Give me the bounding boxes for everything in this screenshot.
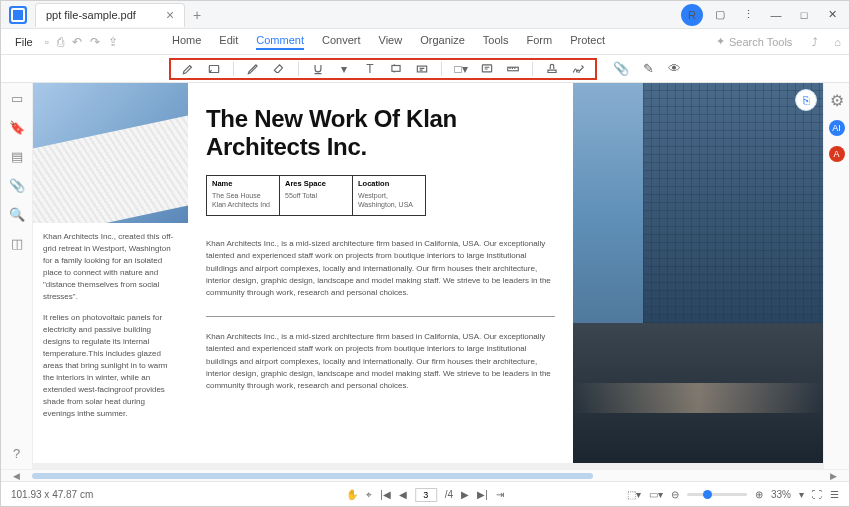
zoom-out-icon[interactable]: ⊖ xyxy=(671,489,679,500)
highlighter-icon[interactable] xyxy=(181,62,195,76)
export-icon[interactable]: ⇪ xyxy=(108,35,118,49)
scroll-right-icon[interactable]: ▶ xyxy=(830,471,837,481)
ai-badge-icon[interactable]: AI xyxy=(829,120,845,136)
layers-icon[interactable]: ▤ xyxy=(11,149,23,164)
search-tools[interactable]: ✦ Search Tools xyxy=(716,35,792,48)
add-tab-button[interactable]: + xyxy=(193,7,201,23)
horizontal-scrollbar[interactable]: ◀ ▶ xyxy=(1,469,849,481)
menu-tab-comment[interactable]: Comment xyxy=(256,34,304,50)
next-page-icon[interactable]: ▶ xyxy=(461,489,469,500)
maximize-button[interactable]: □ xyxy=(793,4,815,26)
text-callout-icon[interactable] xyxy=(389,62,403,76)
page-number-input[interactable] xyxy=(415,488,437,502)
measure-icon[interactable] xyxy=(506,62,520,76)
user-avatar[interactable]: R xyxy=(681,4,703,26)
last-page-icon[interactable]: ▶| xyxy=(477,489,488,500)
app-logo-icon xyxy=(9,6,27,24)
area-highlight-icon[interactable] xyxy=(207,62,221,76)
jump-icon[interactable]: ⇥ xyxy=(496,489,504,500)
help-icon[interactable]: ? xyxy=(13,446,20,461)
kebab-menu-icon[interactable]: ⋮ xyxy=(737,4,759,26)
body-paragraph-1: Khan Architects Inc., is a mid-sized arc… xyxy=(206,238,555,300)
print-icon[interactable]: ⎙ xyxy=(57,35,64,49)
first-page-icon[interactable]: |◀ xyxy=(380,489,391,500)
minimize-button[interactable]: — xyxy=(765,4,787,26)
select-tool-icon[interactable]: ⌖ xyxy=(366,489,372,501)
menu-tabs: HomeEditCommentConvertViewOrganizeToolsF… xyxy=(172,34,605,50)
menu-tab-organize[interactable]: Organize xyxy=(420,34,465,50)
info-table: NameThe Sea House Klan Architects IndAre… xyxy=(206,175,426,216)
scroll-left-icon[interactable]: ◀ xyxy=(13,471,20,481)
search-panel-icon[interactable]: 🔍 xyxy=(9,207,25,222)
share-icon[interactable]: ⤴ xyxy=(812,36,818,48)
close-window-button[interactable]: ✕ xyxy=(821,4,843,26)
info-col: LocationWestport, Washington, USA xyxy=(353,176,425,215)
search-placeholder: Search Tools xyxy=(729,36,792,48)
page-total: /4 xyxy=(445,489,453,500)
sparkle-icon: ✦ xyxy=(716,35,725,48)
redo-icon[interactable]: ↷ xyxy=(90,35,100,49)
feedback-icon[interactable]: ▢ xyxy=(709,4,731,26)
attachment-icon[interactable]: 📎 xyxy=(613,61,629,76)
info-col: NameThe Sea House Klan Architects Ind xyxy=(207,176,280,215)
stamp-icon[interactable] xyxy=(545,62,559,76)
attachments-panel-icon[interactable]: 📎 xyxy=(9,178,25,193)
menu-tab-protect[interactable]: Protect xyxy=(570,34,605,50)
scrollbar-thumb[interactable] xyxy=(32,473,593,479)
left-paragraph-2: It relies on photovoltaic panels for ele… xyxy=(43,312,178,420)
show-comments-icon[interactable]: 👁 xyxy=(668,61,681,76)
reading-mode-icon[interactable]: ☰ xyxy=(830,489,839,500)
menu-tab-home[interactable]: Home xyxy=(172,34,201,50)
right-sidebar: ⚙ AI A xyxy=(823,83,849,469)
svg-rect-3 xyxy=(482,64,491,71)
statusbar: 101.93 x 47.87 cm ✋ ⌖ |◀ ◀ /4 ▶ ▶| ⇥ ⬚▾ … xyxy=(1,481,849,507)
file-menu[interactable]: File xyxy=(9,36,39,48)
tab-filename: ppt file-sample.pdf xyxy=(46,9,136,21)
underline-icon[interactable] xyxy=(311,62,325,76)
workspace: ▭ 🔖 ▤ 📎 🔍 ◫ ? Khan Architects Inc., crea… xyxy=(1,83,849,469)
3d-icon[interactable]: ◫ xyxy=(11,236,23,251)
fit-page-icon[interactable]: ⛶ xyxy=(812,489,822,500)
page-content: Khan Architects Inc., created this off-g… xyxy=(33,83,823,463)
note-icon[interactable] xyxy=(480,62,494,76)
titlebar: ppt file-sample.pdf × + R ▢ ⋮ — □ ✕ xyxy=(1,1,849,29)
building-image-right xyxy=(573,83,823,463)
annotation-tools-highlighted: ▾ T □▾ xyxy=(169,58,597,80)
strikethrough-icon[interactable]: ▾ xyxy=(337,62,351,76)
fit-width-icon[interactable]: ⬚▾ xyxy=(627,489,641,500)
cursor-coordinates: 101.93 x 47.87 cm xyxy=(11,489,93,500)
menu-tab-form[interactable]: Form xyxy=(527,34,553,50)
thumbnails-icon[interactable]: ▭ xyxy=(11,91,23,106)
quick-access-toolbar: ▫ ⎙ ↶ ↷ ⇪ xyxy=(45,35,118,49)
document-tab[interactable]: ppt file-sample.pdf × xyxy=(35,3,185,27)
info-col: Ares Space55off Total xyxy=(280,176,353,215)
menu-tab-tools[interactable]: Tools xyxy=(483,34,509,50)
left-sidebar: ▭ 🔖 ▤ 📎 🔍 ◫ ? xyxy=(1,83,33,469)
edit-comment-icon[interactable]: ✎ xyxy=(643,61,654,76)
cloud-icon[interactable]: ⌂ xyxy=(834,36,841,48)
translate-badge-icon[interactable]: A xyxy=(829,146,845,162)
settings-slider-icon[interactable]: ⚙ xyxy=(830,91,844,110)
comment-toolbar: ▾ T □▾ 📎 ✎ 👁 xyxy=(1,55,849,83)
shape-icon[interactable]: □▾ xyxy=(454,62,468,76)
pencil-icon[interactable] xyxy=(246,62,260,76)
save-icon[interactable]: ▫ xyxy=(45,35,49,49)
menu-tab-convert[interactable]: Convert xyxy=(322,34,361,50)
text-icon[interactable]: T xyxy=(363,62,377,76)
svg-rect-1 xyxy=(392,65,400,71)
menu-tab-view[interactable]: View xyxy=(379,34,403,50)
close-tab-icon[interactable]: × xyxy=(166,7,174,23)
floating-action-button[interactable]: ⎘ xyxy=(795,89,817,111)
zoom-in-icon[interactable]: ⊕ xyxy=(755,489,763,500)
undo-icon[interactable]: ↶ xyxy=(72,35,82,49)
eraser-icon[interactable] xyxy=(272,62,286,76)
bookmarks-icon[interactable]: 🔖 xyxy=(9,120,25,135)
prev-page-icon[interactable]: ◀ xyxy=(399,489,407,500)
menu-tab-edit[interactable]: Edit xyxy=(219,34,238,50)
zoom-slider[interactable] xyxy=(687,493,747,496)
view-mode-icon[interactable]: ▭▾ xyxy=(649,489,663,500)
hand-tool-icon[interactable]: ✋ xyxy=(346,489,358,500)
document-viewport[interactable]: Khan Architects Inc., created this off-g… xyxy=(33,83,823,469)
text-box-icon[interactable] xyxy=(415,62,429,76)
signature-icon[interactable] xyxy=(571,62,585,76)
